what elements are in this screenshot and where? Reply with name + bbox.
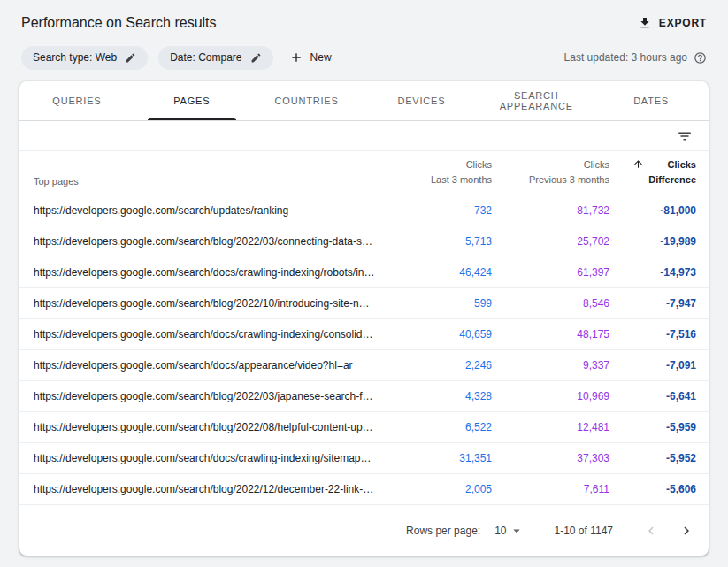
dimension-tabs: QUERIES PAGES COUNTRIES DEVICES SEARCH A… <box>19 81 709 121</box>
edit-pencil-icon <box>125 52 136 64</box>
chevron-right-icon <box>678 523 694 539</box>
export-button[interactable]: EXPORT <box>638 16 707 30</box>
clicks-difference-value: -6,641 <box>609 390 696 402</box>
table-row[interactable]: https://developers.google.com/search/upd… <box>19 195 709 226</box>
pagination-range: 1-10 of 1147 <box>555 525 614 537</box>
clicks-difference-value: -5,959 <box>609 421 696 433</box>
filter-table-button[interactable] <box>677 128 693 144</box>
table-row[interactable]: https://developers.google.com/search/blo… <box>19 381 709 412</box>
table-row[interactable]: https://developers.google.com/search/blo… <box>19 226 709 257</box>
table-row[interactable]: https://developers.google.com/search/blo… <box>19 474 709 505</box>
page-url[interactable]: https://developers.google.com/search/upd… <box>34 204 386 217</box>
clicks-previous-value: 81,732 <box>492 204 609 217</box>
clicks-last-value: 2,246 <box>386 359 492 372</box>
results-card: QUERIES PAGES COUNTRIES DEVICES SEARCH A… <box>19 81 709 556</box>
column-header-clicks-last[interactable]: Clicks Last 3 months <box>386 157 492 187</box>
tab-queries[interactable]: QUERIES <box>19 81 134 120</box>
clicks-last-value: 40,659 <box>386 328 492 341</box>
pagination-controls <box>640 519 698 542</box>
edit-pencil-icon <box>250 52 262 64</box>
clicks-previous-value: 48,175 <box>492 328 609 341</box>
table-row[interactable]: https://developers.google.com/search/doc… <box>19 350 709 381</box>
rows-per-page-value: 10 <box>494 525 506 537</box>
table-row[interactable]: https://developers.google.com/search/doc… <box>19 319 709 350</box>
page-title: Performance on Search results <box>21 15 217 31</box>
clicks-previous-value: 7,611 <box>492 483 609 495</box>
column-header-clicks-difference[interactable]: Clicks Difference <box>609 157 696 187</box>
clicks-difference-value: -14,973 <box>609 266 696 279</box>
page-url[interactable]: https://developers.google.com/search/blo… <box>34 235 386 248</box>
clicks-last-value: 46,424 <box>386 266 492 279</box>
clicks-previous-value: 8,546 <box>492 297 609 310</box>
table-row[interactable]: https://developers.google.com/search/doc… <box>19 443 709 474</box>
page-url[interactable]: https://developers.google.com/search/doc… <box>34 452 386 464</box>
page-url[interactable]: https://developers.google.com/search/blo… <box>34 297 386 310</box>
filter-list-icon <box>677 128 693 144</box>
plus-icon <box>289 50 303 65</box>
clicks-last-value: 732 <box>386 204 492 217</box>
column-header-top-pages[interactable]: Top pages <box>34 176 386 187</box>
clicks-previous-line1: Clicks <box>492 157 609 172</box>
tab-devices[interactable]: DEVICES <box>364 81 479 120</box>
clicks-difference-line1: Clicks <box>648 157 696 172</box>
page-url[interactable]: https://developers.google.com/search/doc… <box>34 328 386 341</box>
table-row[interactable]: https://developers.google.com/search/blo… <box>19 288 709 319</box>
dropdown-arrow-icon <box>509 523 525 539</box>
clicks-difference-line2: Difference <box>648 172 696 188</box>
clicks-difference-value: -19,989 <box>609 235 696 248</box>
clicks-previous-value: 25,702 <box>492 235 609 248</box>
date-compare-chip-label: Date: Compare <box>170 51 241 64</box>
sort-ascending-icon <box>632 158 644 170</box>
rows-per-page-label: Rows per page: <box>406 525 480 537</box>
table-header: Top pages Clicks Last 3 months Clicks Pr… <box>19 151 709 195</box>
new-filter-button[interactable]: New <box>289 50 332 65</box>
topbar: Performance on Search results EXPORT <box>0 0 728 35</box>
download-icon <box>638 16 652 30</box>
clicks-last-line1: Clicks <box>386 157 492 172</box>
rows-per-page-select[interactable]: 10 <box>494 523 524 539</box>
clicks-last-value: 5,713 <box>386 235 492 248</box>
table-body: https://developers.google.com/search/upd… <box>19 195 709 505</box>
clicks-difference-value: -7,516 <box>609 328 696 341</box>
filter-bar: Search type: Web Date: Compare New Last … <box>0 35 728 69</box>
clicks-last-value: 4,328 <box>386 390 492 402</box>
clicks-difference-value: -7,947 <box>609 297 696 310</box>
previous-page-button[interactable] <box>640 519 663 542</box>
clicks-difference-value: -81,000 <box>609 204 696 217</box>
table-footer: Rows per page: 10 1-10 of 1147 <box>19 505 709 556</box>
filter-chips: Search type: Web Date: Compare New <box>21 46 332 70</box>
clicks-previous-value: 37,303 <box>492 452 609 464</box>
next-page-button[interactable] <box>675 519 698 542</box>
clicks-difference-value: -5,606 <box>609 483 696 495</box>
page-url[interactable]: https://developers.google.com/search/doc… <box>34 359 386 372</box>
page-url[interactable]: https://developers.google.com/search/blo… <box>34 483 386 495</box>
search-type-chip-label: Search type: Web <box>33 51 117 64</box>
page-url[interactable]: https://developers.google.com/search/blo… <box>34 421 386 433</box>
tab-countries[interactable]: COUNTRIES <box>249 81 364 120</box>
clicks-last-value: 6,522 <box>386 421 492 433</box>
search-type-chip[interactable]: Search type: Web <box>21 46 148 70</box>
table-row[interactable]: https://developers.google.com/search/blo… <box>19 412 709 443</box>
tab-dates[interactable]: DATES <box>594 81 709 120</box>
page-url[interactable]: https://developers.google.com/search/blo… <box>34 390 386 402</box>
clicks-last-line2: Last 3 months <box>386 172 492 188</box>
table-toolbar <box>19 121 709 151</box>
date-compare-chip[interactable]: Date: Compare <box>158 46 272 70</box>
table-row[interactable]: https://developers.google.com/search/doc… <box>19 257 709 288</box>
export-label: EXPORT <box>659 17 707 29</box>
help-icon[interactable] <box>694 51 707 65</box>
tab-search-appearance[interactable]: SEARCH APPEARANCE <box>479 81 594 120</box>
column-header-clicks-previous[interactable]: Clicks Previous 3 months <box>492 157 609 187</box>
clicks-previous-value: 10,969 <box>492 390 609 402</box>
last-updated: Last updated: 3 hours ago <box>564 51 707 65</box>
page-url[interactable]: https://developers.google.com/search/doc… <box>34 266 386 279</box>
tab-pages[interactable]: PAGES <box>134 81 249 120</box>
clicks-difference-value: -5,952 <box>609 452 696 464</box>
clicks-difference-value: -7,091 <box>609 359 696 372</box>
last-updated-text: Last updated: 3 hours ago <box>564 51 687 64</box>
chevron-left-icon <box>643 523 659 539</box>
clicks-last-value: 599 <box>386 297 492 310</box>
clicks-last-value: 31,351 <box>386 452 492 464</box>
clicks-previous-line2: Previous 3 months <box>492 172 609 188</box>
clicks-previous-value: 12,481 <box>492 421 609 433</box>
